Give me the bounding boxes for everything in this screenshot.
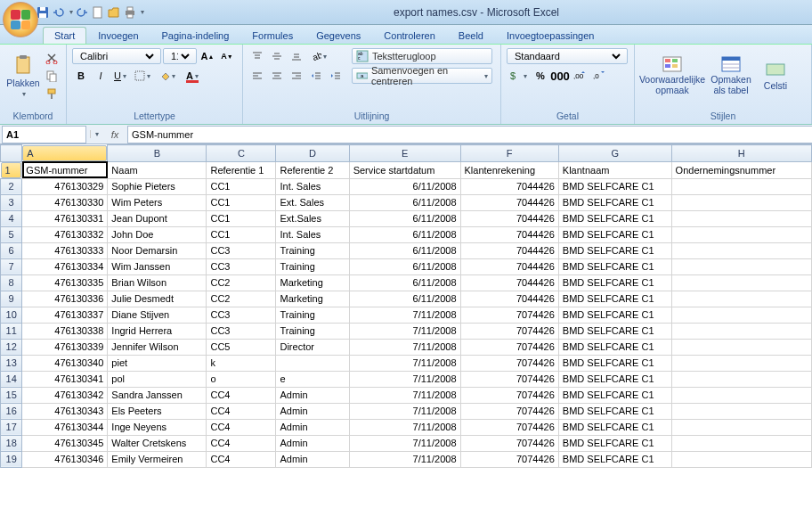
cell[interactable]: Brian Wilson	[108, 274, 207, 291]
undo-icon[interactable]	[52, 5, 66, 20]
font-size-select[interactable]: 11	[163, 48, 197, 64]
cell[interactable]: 6/11/2008	[349, 178, 460, 194]
cell[interactable]: 7044426	[460, 226, 558, 242]
row-header-14[interactable]: 14	[1, 371, 22, 387]
row-header-15[interactable]: 15	[1, 387, 22, 403]
row-header-12[interactable]: 12	[1, 339, 22, 355]
cell[interactable]	[671, 371, 811, 387]
cell[interactable]: Admin	[276, 435, 349, 451]
cell[interactable]: 7074426	[460, 339, 558, 355]
cell[interactable]: 7044426	[460, 291, 558, 307]
cell[interactable]: 7074426	[460, 435, 558, 451]
cell[interactable]: 7/11/2008	[349, 403, 460, 419]
row-header-5[interactable]: 5	[1, 226, 22, 242]
tab-invoegen[interactable]: Invoegen	[86, 27, 150, 44]
cell[interactable]: BMD SELFCARE C1	[558, 210, 671, 226]
cell[interactable]: Julie Desmedt	[108, 291, 207, 307]
cell[interactable]: piet	[108, 355, 207, 371]
cell[interactable]: Referentie 2	[276, 161, 349, 178]
qat-new-icon[interactable]	[91, 5, 105, 20]
cell[interactable]: k	[207, 355, 276, 371]
cell[interactable]	[671, 194, 811, 210]
qat-open-icon[interactable]	[107, 5, 121, 20]
cell[interactable]: BMD SELFCARE C1	[558, 226, 671, 242]
increase-indent-button[interactable]	[327, 68, 345, 84]
cell-styles-button[interactable]: Celsti	[758, 48, 793, 103]
cell[interactable]: 7/11/2008	[349, 339, 460, 355]
cell[interactable]: 476130337	[22, 307, 108, 323]
col-header-H[interactable]: H	[671, 145, 811, 162]
cell[interactable]: 7074426	[460, 387, 558, 403]
row-header-13[interactable]: 13	[1, 355, 22, 371]
cell[interactable]: 6/11/2008	[349, 258, 460, 274]
cell[interactable]: 7074426	[460, 355, 558, 371]
cell[interactable]	[671, 355, 811, 371]
orientation-button[interactable]: ab▾	[307, 48, 330, 64]
cell[interactable]: 6/11/2008	[349, 291, 460, 307]
cell[interactable]: 6/11/2008	[349, 226, 460, 242]
cell[interactable]: Naam	[108, 161, 207, 178]
cell[interactable]: Klantenrekening	[460, 161, 558, 178]
cell[interactable]: BMD SELFCARE C1	[558, 323, 671, 339]
cell[interactable]: Ext. Sales	[276, 194, 349, 210]
merge-center-button[interactable]: aSamenvoegen en centreren▾	[352, 68, 492, 84]
cell[interactable]: 7/11/2008	[349, 419, 460, 435]
cell[interactable]: Director	[276, 339, 349, 355]
cell[interactable]: Jennifer Wilson	[108, 339, 207, 355]
cell[interactable]: 476130330	[22, 194, 108, 210]
row-header-8[interactable]: 8	[1, 274, 22, 291]
cell[interactable]: BMD SELFCARE C1	[558, 419, 671, 435]
row-header-1[interactable]: 1	[1, 162, 22, 178]
cell[interactable]	[671, 274, 811, 291]
office-button[interactable]	[3, 2, 38, 37]
cell[interactable]: Walter Cretskens	[108, 435, 207, 451]
cell[interactable]: Service startdatum	[349, 161, 460, 178]
undo-dropdown-icon[interactable]: ▾	[69, 8, 73, 16]
cell[interactable]: Emily Vermeiren	[108, 451, 207, 467]
row-header-9[interactable]: 9	[1, 291, 22, 307]
cell[interactable]: 7/11/2008	[349, 451, 460, 467]
cell[interactable]	[671, 387, 811, 403]
align-top-button[interactable]	[248, 48, 266, 64]
qat-print-icon[interactable]	[123, 5, 137, 20]
cell[interactable]: 7044426	[460, 178, 558, 194]
tab-controleren[interactable]: Controleren	[372, 27, 446, 44]
bold-button[interactable]: B	[72, 68, 90, 84]
cell[interactable]: Noor Demarsin	[108, 242, 207, 258]
cell[interactable]: CC2	[207, 291, 276, 307]
cell[interactable]: BMD SELFCARE C1	[558, 371, 671, 387]
cell[interactable]: Admin	[276, 451, 349, 467]
row-header-7[interactable]: 7	[1, 258, 22, 274]
cell[interactable]: Marketing	[276, 274, 349, 291]
cell[interactable]: 7/11/2008	[349, 435, 460, 451]
cell[interactable]: BMD SELFCARE C1	[558, 178, 671, 194]
cell[interactable]: 7/11/2008	[349, 371, 460, 387]
cell[interactable]: Marketing	[276, 291, 349, 307]
align-bottom-button[interactable]	[288, 48, 305, 64]
cell[interactable]: 476130342	[22, 387, 108, 403]
cell[interactable]: BMD SELFCARE C1	[558, 291, 671, 307]
row-header-19[interactable]: 19	[1, 451, 22, 467]
cell[interactable]	[671, 451, 811, 467]
cell[interactable]: Admin	[276, 419, 349, 435]
col-header-C[interactable]: C	[207, 145, 276, 162]
cell[interactable]: 7044426	[460, 242, 558, 258]
cell[interactable]	[671, 291, 811, 307]
cell[interactable]: BMD SELFCARE C1	[558, 355, 671, 371]
cell[interactable]: BMD SELFCARE C1	[558, 307, 671, 323]
cell[interactable]: John Doe	[108, 226, 207, 242]
tab-pagina-indeling[interactable]: Pagina-indeling	[150, 27, 241, 44]
cell[interactable]	[671, 307, 811, 323]
align-middle-button[interactable]	[268, 48, 286, 64]
row-header-6[interactable]: 6	[1, 242, 22, 258]
col-header-B[interactable]: B	[108, 145, 207, 162]
formula-input[interactable]	[127, 126, 812, 143]
font-color-button[interactable]: A▾	[181, 68, 204, 84]
cell[interactable]: CC4	[207, 387, 276, 403]
format-painter-button[interactable]	[43, 86, 61, 102]
col-header-A[interactable]: A	[22, 145, 107, 161]
cell[interactable]: BMD SELFCARE C1	[558, 242, 671, 258]
cell[interactable]: 476130339	[22, 339, 108, 355]
cell[interactable]: CC4	[207, 419, 276, 435]
cell[interactable]: Wim Janssen	[108, 258, 207, 274]
